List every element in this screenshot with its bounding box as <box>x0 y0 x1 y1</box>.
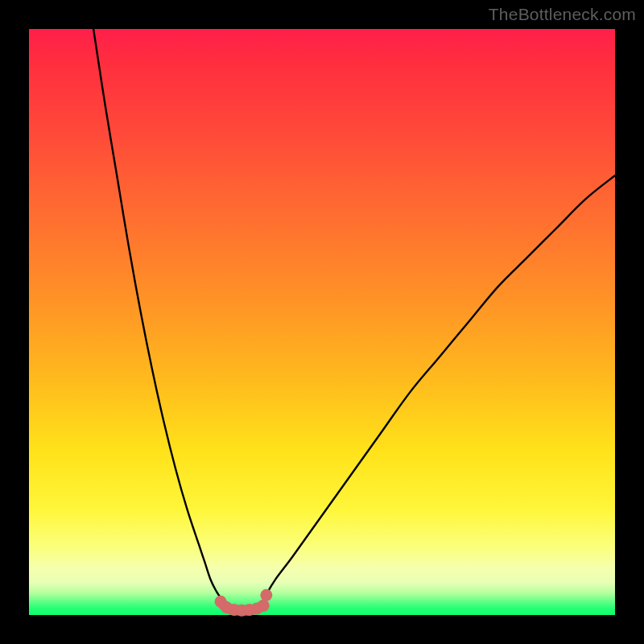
chart-frame: TheBottleneck.com <box>0 0 644 644</box>
left-curve-path <box>93 29 222 601</box>
trough-marker-dot <box>260 589 272 601</box>
watermark-text: TheBottleneck.com <box>489 5 636 24</box>
trough-markers-group <box>215 589 273 617</box>
chart-svg <box>29 29 615 615</box>
trough-marker-dot <box>258 600 270 612</box>
chart-plot-area <box>29 29 615 615</box>
right-curve-path <box>266 175 615 595</box>
